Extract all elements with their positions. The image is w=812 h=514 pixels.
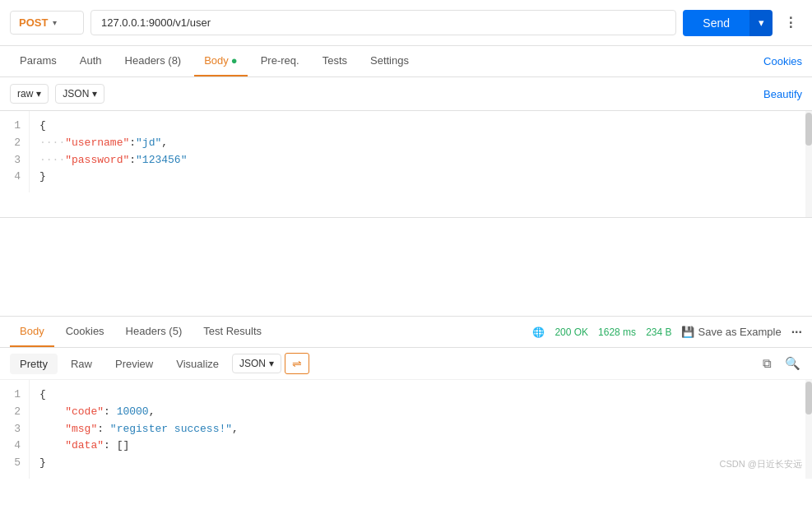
- url-bar: POST ▾ Send ▾ ⋮: [0, 0, 812, 46]
- save-example-label: Save as Example: [698, 326, 781, 338]
- format-chevron-icon: ▾: [269, 358, 274, 369]
- request-tabs-list: Params Auth Headers (8) Body● Pre-req. T…: [10, 46, 419, 76]
- watermark: CSDN @日近长安远: [720, 458, 802, 470]
- response-format-label: JSON: [239, 358, 266, 369]
- response-time: 1628 ms: [598, 326, 636, 338]
- request-code-lines: 1 2 3 4 { ····"username":"jd", ····"pass…: [0, 111, 812, 192]
- response-code-lines: 1 2 3 4 5 { "code": 10000, "msg": "regis…: [0, 380, 812, 479]
- response-tabs-list: Body Cookies Headers (5) Test Results: [10, 317, 271, 347]
- format-tab-pretty[interactable]: Pretty: [10, 354, 58, 374]
- request-tabs: Params Auth Headers (8) Body● Pre-req. T…: [0, 46, 812, 77]
- request-code-content[interactable]: { ····"username":"jd", ····"password":"1…: [30, 111, 812, 192]
- tab-headers[interactable]: Headers (8): [115, 46, 192, 76]
- copy-button[interactable]: ⧉: [761, 354, 773, 373]
- filter-icon: ⇌: [292, 357, 302, 370]
- body-dot-icon: ●: [231, 54, 238, 67]
- raw-label: raw: [17, 88, 33, 100]
- raw-select[interactable]: raw ▾: [10, 84, 49, 104]
- tab-prereq[interactable]: Pre-req.: [251, 46, 309, 76]
- response-size: 234 B: [646, 326, 671, 338]
- json-label: JSON: [63, 88, 89, 100]
- response-format-select[interactable]: JSON ▾: [232, 354, 281, 373]
- beautify-button[interactable]: Beautify: [763, 88, 802, 100]
- method-label: POST: [19, 16, 48, 29]
- send-dropdown-button[interactable]: ▾: [749, 10, 773, 36]
- filter-button[interactable]: ⇌: [285, 353, 309, 374]
- save-example-button[interactable]: 💾 Save as Example: [681, 326, 781, 338]
- cookies-link[interactable]: Cookies: [763, 47, 802, 76]
- response-scrollbar[interactable]: [805, 380, 812, 479]
- request-code-editor[interactable]: 1 2 3 4 { ····"username":"jd", ····"pass…: [0, 111, 812, 218]
- res-tab-headers[interactable]: Headers (5): [116, 317, 193, 347]
- body-options-bar: raw ▾ JSON ▾ Beautify: [0, 77, 812, 111]
- send-dropdown-chevron-icon: ▾: [759, 16, 764, 29]
- response-format-bar: Pretty Raw Preview Visualize JSON ▾ ⇌ ⧉ …: [0, 348, 812, 380]
- response-tabs-bar: Body Cookies Headers (5) Test Results 🌐 …: [0, 317, 812, 348]
- tab-params[interactable]: Params: [10, 46, 67, 76]
- search-response-button[interactable]: 🔍: [783, 354, 802, 373]
- response-scrollbar-thumb: [805, 382, 812, 414]
- response-more-button[interactable]: ···: [791, 325, 802, 340]
- response-code-content[interactable]: { "code": 10000, "msg": "register succes…: [30, 380, 812, 479]
- empty-space: [0, 218, 812, 317]
- tab-tests[interactable]: Tests: [313, 46, 357, 76]
- request-scrollbar-thumb: [805, 113, 812, 146]
- floppy-icon: 💾: [681, 326, 694, 338]
- search-icon: 🔍: [785, 356, 800, 370]
- res-tab-test-results[interactable]: Test Results: [193, 317, 271, 347]
- tab-auth[interactable]: Auth: [70, 46, 112, 76]
- res-tab-cookies[interactable]: Cookies: [56, 317, 114, 347]
- send-button-group: Send ▾: [683, 10, 773, 36]
- response-format-left: Pretty Raw Preview Visualize JSON ▾ ⇌: [10, 353, 309, 374]
- request-scrollbar[interactable]: [805, 111, 812, 217]
- url-input[interactable]: [90, 10, 676, 35]
- more-options-button[interactable]: ⋮: [779, 8, 802, 37]
- response-status-bar: 🌐 200 OK 1628 ms 234 B 💾 Save as Example…: [532, 325, 802, 340]
- request-line-numbers: 1 2 3 4: [0, 111, 30, 192]
- raw-chevron-icon: ▾: [36, 88, 41, 100]
- format-tab-raw[interactable]: Raw: [61, 354, 102, 374]
- method-select[interactable]: POST ▾: [10, 11, 84, 35]
- res-tab-body[interactable]: Body: [10, 317, 54, 347]
- method-chevron-icon: ▾: [53, 18, 57, 27]
- json-select[interactable]: JSON ▾: [55, 84, 104, 104]
- body-options-left: raw ▾ JSON ▾: [10, 84, 104, 104]
- copy-icon: ⧉: [763, 356, 772, 370]
- format-tab-visualize[interactable]: Visualize: [166, 354, 229, 374]
- tab-settings[interactable]: Settings: [360, 46, 419, 76]
- globe-icon: 🌐: [532, 326, 545, 338]
- format-tab-preview[interactable]: Preview: [105, 354, 163, 374]
- tab-body[interactable]: Body●: [194, 46, 248, 76]
- send-button[interactable]: Send: [683, 10, 749, 36]
- response-line-numbers: 1 2 3 4 5: [0, 380, 30, 479]
- status-code: 200 OK: [554, 326, 588, 338]
- json-chevron-icon: ▾: [92, 88, 97, 100]
- response-code-area[interactable]: 1 2 3 4 5 { "code": 10000, "msg": "regis…: [0, 380, 812, 479]
- response-icons-right: ⧉ 🔍: [761, 354, 802, 373]
